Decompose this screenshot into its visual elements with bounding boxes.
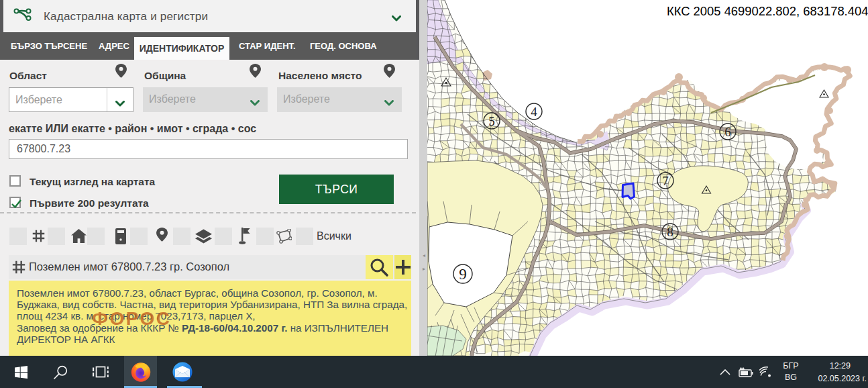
- svg-text:ККС 2005 4699022.802, 683178.4: ККС 2005 4699022.802, 683178.404: [667, 4, 868, 18]
- svg-text:7: 7: [662, 174, 669, 188]
- svg-text:8: 8: [667, 225, 673, 239]
- svg-text:9: 9: [459, 266, 467, 283]
- svg-text:4: 4: [531, 105, 537, 119]
- svg-text:5: 5: [488, 114, 495, 128]
- svg-text:6: 6: [724, 125, 731, 139]
